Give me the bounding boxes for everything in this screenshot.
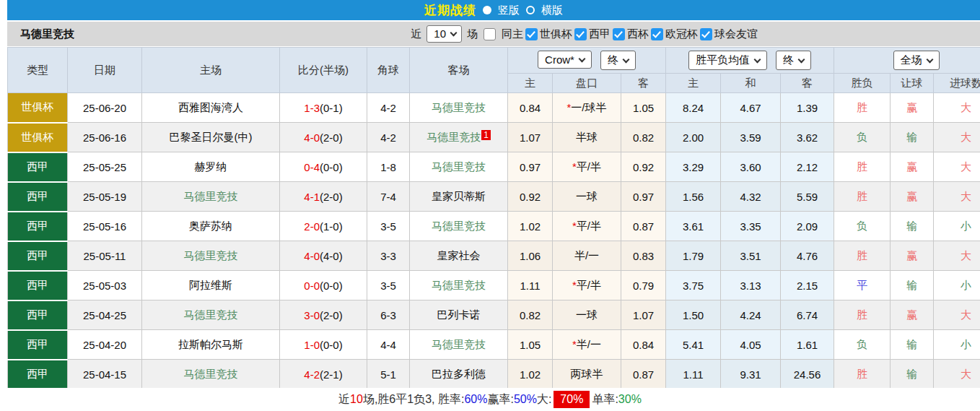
avg-home-odds: 1.50 (666, 300, 721, 330)
avg-draw-odds: 4.05 (721, 330, 781, 360)
competition-checkbox-4[interactable] (700, 28, 712, 40)
horizontal-layout-label[interactable]: 横版 (541, 4, 563, 17)
filter-bar: 马德里竞技 近 10 场 同主 世俱杯 西甲 西杯 欧冠杯 球会友谊 (7, 22, 980, 46)
avg-away-odds: 5.59 (781, 182, 834, 212)
handicap-line: 一球 (553, 300, 621, 330)
odds-company-select[interactable]: Crow* (538, 51, 592, 69)
competition-checkbox-3[interactable] (651, 28, 663, 40)
avg-draw-odds: 3.35 (721, 212, 781, 241)
competition-badge: 世俱杯 (8, 123, 68, 152)
handicap-result: 赢 (891, 93, 934, 123)
score: 4-2(2-1) (280, 360, 367, 389)
competition-badge: 西甲 (8, 212, 68, 241)
avg-draw-odds: 3.60 (721, 152, 781, 182)
handicap-result: 输 (891, 212, 934, 241)
match-date: 25-04-20 (68, 330, 142, 360)
competition-badge: 西甲 (8, 330, 68, 360)
avg-home-odds: 3.75 (666, 271, 721, 300)
chevron-down-icon (926, 56, 933, 63)
score: 2-0(1-0) (280, 212, 367, 241)
match-row: 西甲 25-05-11 马德里竞技 4-0(4-0) 3-3 皇家社会 1.06… (8, 241, 980, 271)
home-odds: 1.05 (508, 330, 553, 360)
competition-label-1[interactable]: 西甲 (589, 27, 611, 41)
handicap-line: *一/球半 (553, 93, 621, 123)
away-team: 皇家贝蒂斯 (410, 182, 508, 212)
handicap-line: 一球 (553, 182, 621, 212)
home-team: 马德里竞技 (142, 300, 280, 330)
odds-time-select-2[interactable]: 终 (776, 51, 811, 70)
avg-type-value: 胜平负均值 (696, 53, 750, 67)
col-header-away: 客场 (410, 48, 508, 93)
match-date: 25-05-03 (68, 271, 142, 300)
away-team: 马德里竞技 (410, 212, 508, 241)
home-team: 赫罗纳 (142, 152, 280, 182)
same-home-checkbox[interactable] (484, 28, 496, 40)
away-team: 巴列卡诺 (410, 300, 508, 330)
handicap-result: 输 (891, 330, 934, 360)
subheader-result: 胜负 (834, 74, 891, 93)
match-count-select[interactable]: 10 (426, 25, 462, 43)
corners: 3-5 (367, 271, 410, 300)
match-row: 西甲 25-05-16 奥萨苏纳 2-0(1-0) 3-5 马德里竞技 1.02… (8, 212, 980, 241)
competition-checkbox-0[interactable] (525, 28, 538, 40)
horizontal-layout-radio[interactable] (526, 6, 535, 14)
away-team: 马德里竞技1 (410, 123, 508, 152)
competition-checkbox-1[interactable] (574, 28, 587, 40)
match-table-body: 世俱杯 25-06-20 西雅图海湾人 1-3(0-1) 4-2 马德里竞技 0… (8, 93, 980, 389)
match-date: 25-04-15 (68, 360, 142, 389)
odds-time-select-1[interactable]: 终 (600, 51, 636, 70)
away-odds: 0.82 (621, 123, 666, 152)
avg-away-odds: 2.12 (781, 152, 834, 182)
competition-label-4[interactable]: 球会友谊 (714, 27, 758, 41)
goals-over-under: 大 (934, 182, 980, 212)
recent-results-header: 近期战绩 竖版 横版 (7, 0, 980, 20)
summary-segment: 10 (350, 393, 363, 406)
avg-home-odds: 8.24 (666, 93, 721, 123)
handicap-line: *半/一 (553, 330, 621, 360)
win-draw-loss: 胜 (834, 360, 891, 389)
avg-draw-odds: 3.59 (721, 123, 781, 152)
avg-away-odds: 2.09 (781, 212, 834, 241)
match-row: 西甲 25-04-15 马德里竞技 4-2(2-1) 5-1 巴拉多利德 1.0… (8, 360, 980, 389)
summary-line: 近10场,胜6平1负3, 胜率:60% 赢率:50% 大:70% 单率:30% (0, 388, 980, 411)
away-team: 马德里竞技 (410, 271, 508, 300)
away-team: 马德里竞技 (410, 93, 508, 123)
corners: 4-2 (367, 93, 410, 123)
scope-select[interactable]: 全场 (893, 51, 940, 70)
away-odds: 0.97 (621, 182, 666, 212)
col-header-corners: 角球 (367, 48, 410, 93)
avg-type-select[interactable]: 胜平负均值 (688, 51, 767, 70)
red-card-badge: 1 (481, 130, 491, 140)
near-label: 近 (411, 27, 421, 41)
same-home-label[interactable]: 同主 (502, 27, 523, 41)
competition-badge: 世俱杯 (8, 93, 68, 123)
avg-home-odds: 5.41 (666, 330, 721, 360)
summary-segment: 场,胜6平1负3, 胜率: (363, 392, 464, 407)
home-team: 巴黎圣日尔曼(中) (142, 123, 280, 152)
avg-away-odds: 24.56 (781, 360, 834, 389)
away-team: 巴拉多利德 (410, 360, 508, 389)
home-odds: 0.92 (508, 182, 553, 212)
competition-badge: 西甲 (8, 152, 68, 182)
corners: 3-3 (367, 241, 410, 271)
match-date: 25-05-19 (68, 182, 142, 212)
summary-segment: 大: (537, 392, 551, 407)
team-name: 马德里竞技 (20, 27, 74, 41)
match-row: 世俱杯 25-06-20 西雅图海湾人 1-3(0-1) 4-2 马德里竞技 0… (8, 93, 980, 123)
competition-label-2[interactable]: 西杯 (627, 27, 649, 41)
vertical-layout-label[interactable]: 竖版 (498, 4, 520, 17)
handicap-line: *平/半 (553, 212, 621, 241)
away-odds: 0.79 (621, 271, 666, 300)
subheader-handicap: 盘口 (553, 74, 621, 93)
avg-away-odds: 1.39 (781, 93, 834, 123)
score: 0-4(0-0) (280, 152, 367, 182)
handicap-line: 两球半 (553, 360, 621, 389)
match-row: 西甲 25-05-25 赫罗纳 0-4(0-0) 1-8 马德里竞技 0.97 … (8, 152, 980, 182)
competition-label-0[interactable]: 世俱杯 (540, 27, 572, 41)
win-draw-loss: 负 (834, 330, 891, 360)
competition-label-3[interactable]: 欧冠杯 (665, 27, 698, 41)
summary-segment: 50% (514, 393, 537, 406)
vertical-layout-radio[interactable] (483, 6, 491, 14)
competition-checkbox-2[interactable] (613, 28, 625, 40)
avg-home-odds: 2.00 (666, 123, 721, 152)
